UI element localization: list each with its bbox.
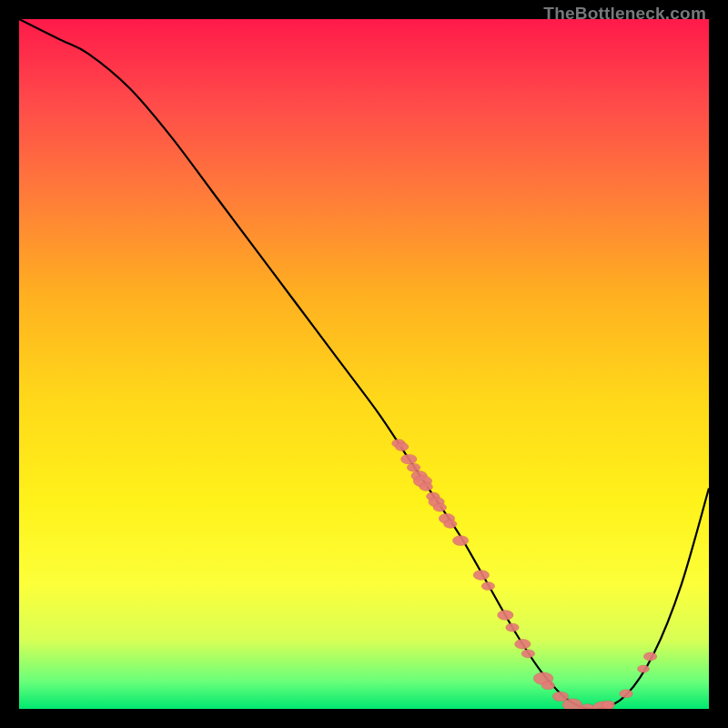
bottleneck-curve [19, 19, 709, 709]
chart-plot-area [19, 19, 709, 709]
curve-marker [521, 650, 535, 658]
curve-marker [506, 623, 520, 632]
curve-marker [481, 582, 495, 591]
curve-marker [643, 652, 657, 661]
curve-marker [515, 639, 531, 649]
curve-marker [420, 482, 433, 490]
curve-marker [637, 665, 649, 672]
chart-container: TheBottleneck.com [0, 0, 728, 728]
curve-marker [620, 690, 633, 698]
curve-marker [452, 536, 469, 546]
curve-marker [541, 682, 555, 690]
curve-marker [407, 463, 420, 471]
curve-marker [602, 701, 615, 709]
curve-marker [473, 571, 490, 581]
chart-svg [19, 19, 709, 709]
curve-markers [392, 440, 657, 709]
curve-marker [395, 442, 409, 450]
curve-marker [401, 454, 418, 464]
curve-marker [443, 520, 457, 528]
curve-marker [498, 610, 514, 620]
curve-marker [433, 503, 447, 511]
